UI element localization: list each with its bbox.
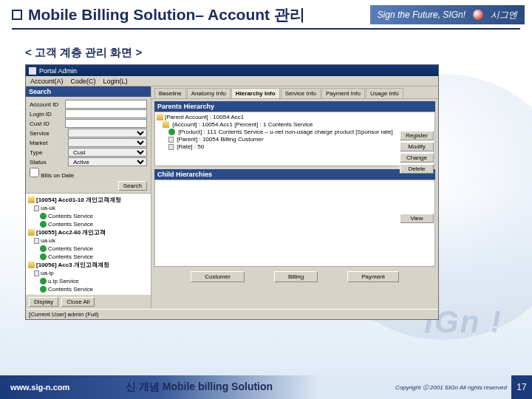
label-login-id: Login ID bbox=[30, 111, 65, 117]
product-icon bbox=[168, 129, 175, 135]
hier-line: [Parent Account] : 10054 Acc1 bbox=[165, 114, 244, 120]
tab-strip: Baseline Anatomy Info Hierarchy Info Ser… bbox=[151, 86, 438, 99]
close-all-button[interactable]: Close All bbox=[61, 297, 95, 307]
account-id-input[interactable] bbox=[65, 100, 147, 109]
parent-hierarchy-tree[interactable]: [Parent Account] : 10054 Acc1 [Account] … bbox=[154, 112, 435, 166]
folder-icon bbox=[163, 121, 169, 128]
tree-item[interactable]: ua-ip bbox=[41, 270, 54, 276]
tree-item[interactable]: ua-uk bbox=[41, 205, 55, 211]
label-status: Status bbox=[30, 159, 68, 166]
child-hierarchy-list[interactable] bbox=[154, 180, 435, 267]
market-select[interactable] bbox=[68, 138, 147, 147]
tree-item[interactable]: u.ip Service bbox=[48, 278, 79, 284]
label-market: Market bbox=[30, 140, 68, 146]
header-divider bbox=[12, 28, 520, 30]
tree-item[interactable]: [10055] Acc2-60 개인고객 bbox=[36, 229, 106, 236]
tagline: Sign the Future, SIGn! bbox=[378, 10, 466, 20]
app-window: Portal Admin Account(A) Code(C) Login(L)… bbox=[25, 64, 439, 320]
display-button[interactable]: Display bbox=[29, 297, 58, 307]
hier-line: [Product] : 111 Contents Service – u-net… bbox=[177, 129, 393, 135]
app-icon bbox=[29, 67, 36, 75]
label-account-id: Account ID bbox=[30, 101, 65, 108]
page-icon bbox=[34, 205, 39, 211]
tree-item[interactable]: [10067] acc54-4537 bbox=[36, 294, 90, 295]
service-icon bbox=[40, 245, 47, 252]
service-icon bbox=[40, 221, 47, 228]
window-titlebar[interactable]: Portal Admin bbox=[26, 65, 438, 76]
delete-button[interactable]: Delete bbox=[400, 164, 434, 174]
page-icon bbox=[34, 238, 39, 244]
service-select[interactable] bbox=[68, 129, 147, 137]
window-title: Portal Admin bbox=[39, 67, 77, 75]
page-icon bbox=[168, 137, 174, 143]
tree-item[interactable]: Contents Service bbox=[48, 221, 93, 228]
view-button[interactable]: View bbox=[400, 214, 434, 223]
menu-account[interactable]: Account(A) bbox=[30, 78, 64, 85]
search-form: Account ID Login ID Cust ID Service Mark… bbox=[26, 97, 151, 193]
logo-icon bbox=[473, 10, 483, 20]
tree-item[interactable]: ua-uk bbox=[41, 237, 55, 244]
tree-item[interactable]: [10054] Acc01-10 개인고객계정 bbox=[36, 197, 121, 203]
tab-usage[interactable]: Usage Info bbox=[366, 88, 403, 98]
header-bullet-icon bbox=[12, 10, 22, 20]
cust-id-input[interactable] bbox=[65, 119, 147, 128]
tab-anatomy[interactable]: Anatomy Info bbox=[187, 88, 231, 98]
bills-on-date-label: Bills on Date bbox=[41, 172, 74, 179]
page-icon bbox=[168, 144, 174, 150]
hier-line: [Parent] : 10054 Billing Customer bbox=[175, 136, 264, 143]
type-select[interactable]: Cust bbox=[68, 148, 147, 157]
service-icon bbox=[40, 286, 47, 293]
tree-item[interactable]: Contents Service bbox=[48, 245, 93, 252]
billing-button[interactable]: Billing bbox=[274, 271, 318, 282]
customer-button[interactable]: Customer bbox=[191, 271, 245, 282]
tree-item[interactable]: Contents Service bbox=[48, 286, 93, 293]
folder-icon bbox=[28, 262, 35, 268]
child-hierarchy-title: Child Hierarchies bbox=[154, 169, 435, 180]
menu-code[interactable]: Code(C) bbox=[71, 78, 96, 85]
modify-button[interactable]: Modify bbox=[400, 142, 434, 151]
tree-item[interactable]: Contents Service bbox=[48, 213, 93, 219]
folder-icon bbox=[28, 229, 35, 236]
tab-service[interactable]: Service Info bbox=[281, 88, 321, 98]
menu-bar: Account(A) Code(C) Login(L) bbox=[26, 76, 438, 86]
parent-hierarchy-title: Parents Hierarchy bbox=[154, 101, 435, 112]
footer-url: www.sig-n.com bbox=[0, 383, 111, 392]
footer-slogan: 신 개념 Mobile billing Solution bbox=[111, 381, 395, 394]
folder-icon bbox=[28, 197, 35, 203]
register-button[interactable]: Register bbox=[400, 131, 434, 140]
folder-icon bbox=[157, 114, 163, 120]
page-number: 17 bbox=[511, 375, 532, 399]
search-panel-title: Search bbox=[26, 86, 151, 97]
service-icon bbox=[40, 213, 47, 219]
login-id-input[interactable] bbox=[65, 109, 147, 118]
account-tree[interactable]: [10054] Acc01-10 개인고객계정 ua-uk Contents S… bbox=[26, 193, 151, 295]
payment-button[interactable]: Payment bbox=[347, 271, 399, 282]
folder-icon bbox=[28, 294, 35, 295]
label-service: Service bbox=[30, 130, 68, 137]
tab-payment[interactable]: Payment Info bbox=[321, 88, 365, 98]
header-brand-strip: Sign the Future, SIGn! 시그엔 bbox=[370, 5, 525, 24]
hier-line: [Account] : 10054 Acc1 [Percent] : 1 Con… bbox=[171, 121, 313, 128]
page-title: Mobile Billing Solution– Account 관리 bbox=[28, 4, 370, 25]
footer-copyright: Copyright ⓒ 2001 SIGn All rights reserve… bbox=[395, 383, 511, 392]
tab-hierarchy[interactable]: Hierarchy Info bbox=[231, 88, 280, 98]
change-button[interactable]: Change bbox=[400, 153, 434, 163]
status-text: [Current User] admin (Full) bbox=[29, 311, 99, 318]
section-subtitle: < 고객 계층 관리 화면 > bbox=[25, 46, 532, 60]
tab-baseline[interactable]: Baseline bbox=[154, 88, 186, 98]
label-cust-id: Cust ID bbox=[30, 120, 65, 127]
tree-item[interactable]: Contents Service bbox=[48, 253, 93, 260]
service-icon bbox=[40, 253, 47, 260]
service-icon bbox=[40, 278, 47, 284]
label-type: Type bbox=[30, 149, 68, 156]
hier-line: [Rate] : 50 bbox=[175, 143, 204, 150]
bills-on-date-checkbox[interactable] bbox=[30, 168, 39, 177]
page-icon bbox=[34, 270, 39, 276]
menu-login[interactable]: Login(L) bbox=[103, 78, 128, 85]
brand-name: 시그엔 bbox=[491, 9, 517, 21]
tree-item[interactable]: [10056] Acc3 개인고객계정 bbox=[36, 262, 109, 268]
status-select[interactable]: Active bbox=[68, 157, 147, 166]
status-bar: [Current User] admin (Full) bbox=[26, 309, 438, 319]
search-button[interactable]: Search bbox=[118, 181, 147, 191]
